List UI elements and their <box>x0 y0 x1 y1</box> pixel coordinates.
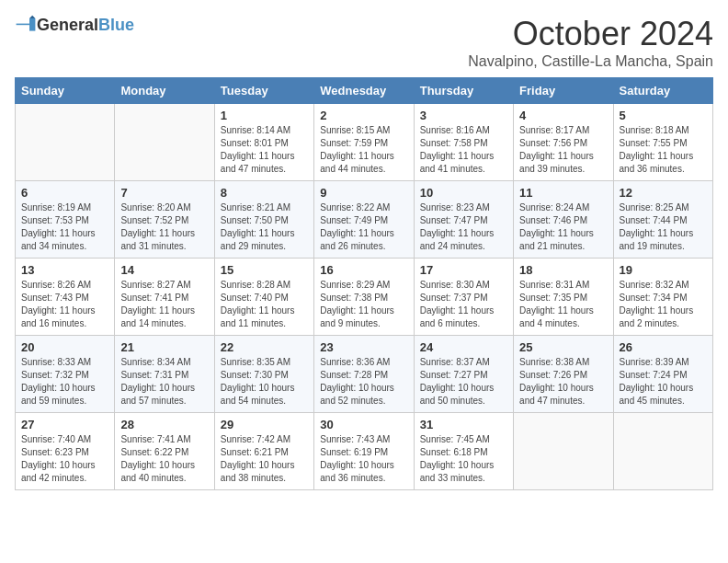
calendar-cell: 30Sunrise: 7:43 AM Sunset: 6:19 PM Dayli… <box>314 413 414 490</box>
calendar-cell: 4Sunrise: 8:17 AM Sunset: 7:56 PM Daylig… <box>514 104 613 181</box>
day-number: 5 <box>620 109 707 122</box>
weekday-header-wednesday: Wednesday <box>314 78 414 104</box>
day-info: Sunrise: 8:35 AM Sunset: 7:30 PM Dayligh… <box>221 356 308 408</box>
logo-icon <box>15 15 37 37</box>
calendar-cell <box>613 413 712 490</box>
logo-general: General <box>37 16 98 34</box>
day-info: Sunrise: 8:31 AM Sunset: 7:35 PM Dayligh… <box>519 279 607 330</box>
calendar-cell <box>514 413 613 490</box>
calendar-cell: 9Sunrise: 8:22 AM Sunset: 7:49 PM Daylig… <box>314 181 414 259</box>
weekday-header-sunday: Sunday <box>16 78 115 104</box>
day-number: 27 <box>21 418 108 431</box>
calendar-cell: 1Sunrise: 8:14 AM Sunset: 8:01 PM Daylig… <box>214 104 313 181</box>
calendar-cell: 6Sunrise: 8:19 AM Sunset: 7:53 PM Daylig… <box>16 181 115 259</box>
calendar-week-row: 27Sunrise: 7:40 AM Sunset: 6:23 PM Dayli… <box>16 413 713 490</box>
day-info: Sunrise: 8:21 AM Sunset: 7:50 PM Dayligh… <box>221 201 308 253</box>
day-number: 2 <box>320 109 407 122</box>
day-number: 8 <box>221 186 308 200</box>
calendar-cell: 17Sunrise: 8:30 AM Sunset: 7:37 PM Dayli… <box>414 259 513 336</box>
calendar-cell: 11Sunrise: 8:24 AM Sunset: 7:46 PM Dayli… <box>514 181 613 259</box>
day-number: 16 <box>320 263 407 277</box>
calendar-cell: 20Sunrise: 8:33 AM Sunset: 7:32 PM Dayli… <box>16 336 115 413</box>
day-number: 12 <box>620 186 707 200</box>
day-number: 23 <box>320 340 407 354</box>
calendar-cell: 25Sunrise: 8:38 AM Sunset: 7:26 PM Dayli… <box>514 336 613 413</box>
calendar-cell <box>16 104 115 181</box>
weekday-header-monday: Monday <box>115 78 214 104</box>
location-title: Navalpino, Castille-La Mancha, Spain <box>468 53 713 70</box>
calendar-cell: 24Sunrise: 8:37 AM Sunset: 7:27 PM Dayli… <box>414 336 513 413</box>
day-info: Sunrise: 8:15 AM Sunset: 7:59 PM Dayligh… <box>320 124 407 176</box>
day-info: Sunrise: 8:14 AM Sunset: 8:01 PM Dayligh… <box>221 124 308 176</box>
calendar-cell: 10Sunrise: 8:23 AM Sunset: 7:47 PM Dayli… <box>414 181 513 259</box>
day-number: 28 <box>120 418 208 431</box>
month-title: October 2024 <box>468 15 713 53</box>
calendar-cell: 8Sunrise: 8:21 AM Sunset: 7:50 PM Daylig… <box>214 181 313 259</box>
calendar-cell: 12Sunrise: 8:25 AM Sunset: 7:44 PM Dayli… <box>613 181 712 259</box>
calendar-cell: 28Sunrise: 7:41 AM Sunset: 6:22 PM Dayli… <box>115 413 214 490</box>
day-number: 26 <box>620 340 707 354</box>
day-info: Sunrise: 8:27 AM Sunset: 7:41 PM Dayligh… <box>120 279 208 330</box>
day-info: Sunrise: 8:34 AM Sunset: 7:31 PM Dayligh… <box>120 356 208 408</box>
calendar-cell: 31Sunrise: 7:45 AM Sunset: 6:18 PM Dayli… <box>414 413 513 490</box>
day-info: Sunrise: 7:42 AM Sunset: 6:21 PM Dayligh… <box>221 433 308 485</box>
calendar-cell: 23Sunrise: 8:36 AM Sunset: 7:28 PM Dayli… <box>314 336 414 413</box>
calendar-week-row: 20Sunrise: 8:33 AM Sunset: 7:32 PM Dayli… <box>16 336 713 413</box>
calendar-cell: 7Sunrise: 8:20 AM Sunset: 7:52 PM Daylig… <box>115 181 214 259</box>
day-info: Sunrise: 8:19 AM Sunset: 7:53 PM Dayligh… <box>21 201 108 253</box>
svg-rect-2 <box>17 24 31 26</box>
calendar-table: SundayMondayTuesdayWednesdayThursdayFrid… <box>15 77 713 490</box>
day-number: 3 <box>420 109 507 122</box>
day-info: Sunrise: 8:29 AM Sunset: 7:38 PM Dayligh… <box>320 279 407 330</box>
day-number: 9 <box>320 186 407 200</box>
calendar-cell: 21Sunrise: 8:34 AM Sunset: 7:31 PM Dayli… <box>115 336 214 413</box>
day-number: 29 <box>221 418 308 431</box>
day-info: Sunrise: 8:37 AM Sunset: 7:27 PM Dayligh… <box>420 356 507 408</box>
calendar-cell: 27Sunrise: 7:40 AM Sunset: 6:23 PM Dayli… <box>16 413 115 490</box>
day-info: Sunrise: 7:40 AM Sunset: 6:23 PM Dayligh… <box>21 433 108 485</box>
day-info: Sunrise: 8:20 AM Sunset: 7:52 PM Dayligh… <box>120 201 208 253</box>
page-header: GeneralBlue October 2024 Navalpino, Cast… <box>15 15 713 70</box>
day-number: 21 <box>120 340 208 354</box>
weekday-header-tuesday: Tuesday <box>214 78 313 104</box>
day-number: 10 <box>420 186 507 200</box>
calendar-week-row: 6Sunrise: 8:19 AM Sunset: 7:53 PM Daylig… <box>16 181 713 259</box>
day-number: 14 <box>120 263 208 277</box>
day-info: Sunrise: 8:28 AM Sunset: 7:40 PM Dayligh… <box>221 279 308 330</box>
day-info: Sunrise: 8:30 AM Sunset: 7:37 PM Dayligh… <box>420 279 507 330</box>
weekday-header-friday: Friday <box>514 78 613 104</box>
calendar-cell: 18Sunrise: 8:31 AM Sunset: 7:35 PM Dayli… <box>514 259 613 336</box>
calendar-cell: 2Sunrise: 8:15 AM Sunset: 7:59 PM Daylig… <box>314 104 414 181</box>
calendar-cell: 14Sunrise: 8:27 AM Sunset: 7:41 PM Dayli… <box>115 259 214 336</box>
calendar-cell: 19Sunrise: 8:32 AM Sunset: 7:34 PM Dayli… <box>613 259 712 336</box>
day-info: Sunrise: 7:43 AM Sunset: 6:19 PM Dayligh… <box>320 433 407 485</box>
day-number: 6 <box>21 186 108 200</box>
day-info: Sunrise: 8:26 AM Sunset: 7:43 PM Dayligh… <box>21 279 108 330</box>
day-info: Sunrise: 8:22 AM Sunset: 7:49 PM Dayligh… <box>320 201 407 253</box>
title-area: October 2024 Navalpino, Castille-La Manc… <box>468 15 713 70</box>
day-number: 15 <box>221 263 308 277</box>
day-number: 22 <box>221 340 308 354</box>
day-info: Sunrise: 8:17 AM Sunset: 7:56 PM Dayligh… <box>519 124 607 176</box>
day-info: Sunrise: 8:25 AM Sunset: 7:44 PM Dayligh… <box>620 201 707 253</box>
calendar-body: 1Sunrise: 8:14 AM Sunset: 8:01 PM Daylig… <box>16 104 713 490</box>
logo: GeneralBlue <box>15 15 134 37</box>
day-info: Sunrise: 8:36 AM Sunset: 7:28 PM Dayligh… <box>320 356 407 408</box>
day-info: Sunrise: 7:41 AM Sunset: 6:22 PM Dayligh… <box>120 433 208 485</box>
day-info: Sunrise: 8:24 AM Sunset: 7:46 PM Dayligh… <box>519 201 607 253</box>
calendar-week-row: 13Sunrise: 8:26 AM Sunset: 7:43 PM Dayli… <box>16 259 713 336</box>
day-number: 13 <box>21 263 108 277</box>
day-number: 11 <box>519 186 607 200</box>
day-info: Sunrise: 8:33 AM Sunset: 7:32 PM Dayligh… <box>21 356 108 408</box>
day-info: Sunrise: 8:16 AM Sunset: 7:58 PM Dayligh… <box>420 124 507 176</box>
weekday-header-row: SundayMondayTuesdayWednesdayThursdayFrid… <box>16 78 713 104</box>
day-info: Sunrise: 7:45 AM Sunset: 6:18 PM Dayligh… <box>420 433 507 485</box>
calendar-cell: 15Sunrise: 8:28 AM Sunset: 7:40 PM Dayli… <box>214 259 313 336</box>
day-number: 25 <box>519 340 607 354</box>
calendar-cell <box>115 104 214 181</box>
day-number: 17 <box>420 263 507 277</box>
day-number: 7 <box>120 186 208 200</box>
day-info: Sunrise: 8:38 AM Sunset: 7:26 PM Dayligh… <box>519 356 607 408</box>
day-number: 18 <box>519 263 607 277</box>
svg-marker-1 <box>29 16 35 18</box>
